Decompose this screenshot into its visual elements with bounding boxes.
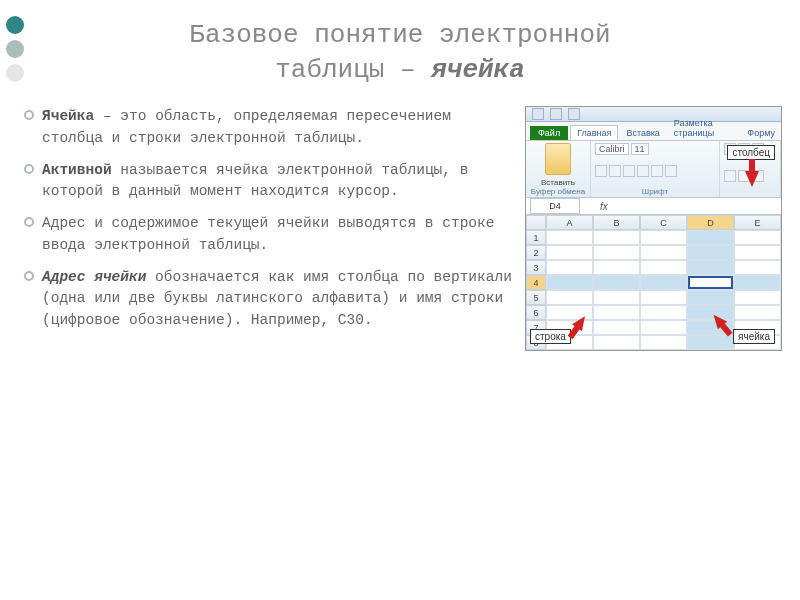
save-icon	[532, 108, 544, 120]
excel-illustration: Файл Главная Вставка Разметка страницы Ф…	[525, 106, 780, 351]
dot-icon	[6, 40, 24, 58]
fill-icon	[651, 165, 663, 177]
column-header: B	[593, 215, 640, 230]
grid-cell	[640, 275, 687, 290]
grid-cell	[734, 245, 781, 260]
select-all-corner	[526, 215, 546, 230]
ribbon: Вставить Буфер обмена Calibri 11	[526, 141, 781, 198]
grid-cell	[593, 320, 640, 335]
list-item: Адрес ячейки обозначается как имя столбц…	[24, 267, 517, 332]
tab-formulas: Форму	[741, 126, 781, 140]
term-bold: Ячейка	[42, 108, 94, 124]
dot-icon	[6, 64, 24, 82]
grid-cell	[593, 290, 640, 305]
column-header: E	[734, 215, 781, 230]
grid-cell	[687, 230, 734, 245]
row-header: 2	[526, 245, 546, 260]
font-size-box: 11	[631, 143, 649, 155]
term-text: – это область, определяемая пересечением…	[42, 108, 451, 146]
column-header: C	[640, 215, 687, 230]
grid-cell	[640, 230, 687, 245]
term-bold: Активной	[42, 162, 112, 178]
grid-cell	[734, 260, 781, 275]
callout-row: строка	[530, 329, 571, 344]
title-emphasis: ячейка	[431, 55, 525, 85]
arrow-down-icon	[745, 171, 759, 187]
term-bold-italic: Адрес ячейки	[42, 269, 146, 285]
grid-cell	[640, 335, 687, 350]
bullet-list: Ячейка – это область, определяемая перес…	[24, 106, 517, 351]
dot-icon	[6, 16, 24, 34]
group-label-clipboard: Буфер обмена	[530, 187, 586, 196]
grid-cell	[640, 290, 687, 305]
tab-home: Главная	[570, 125, 618, 140]
grid-cell	[640, 260, 687, 275]
tab-layout: Разметка страницы	[668, 116, 739, 140]
callout-cell: ячейка	[733, 329, 775, 344]
fx-icon: fx	[600, 201, 608, 212]
grid-cell	[593, 260, 640, 275]
grid-cell	[640, 320, 687, 335]
italic-icon	[609, 165, 621, 177]
list-item: Адрес и содержимое текущей ячейки выводя…	[24, 213, 517, 257]
list-item: Ячейка – это область, определяемая перес…	[24, 106, 517, 150]
grid-cell	[687, 335, 734, 350]
grid-cell	[546, 260, 593, 275]
grid-cell	[640, 245, 687, 260]
row-header: 4	[526, 275, 546, 290]
name-box: D4	[530, 198, 580, 214]
decorative-dots	[6, 16, 24, 88]
ribbon-group-font: Calibri 11 Шрифт	[591, 141, 720, 197]
column-header: D	[687, 215, 734, 230]
grid-cell	[687, 275, 734, 290]
title-line-1: Базовое понятие электронной	[189, 20, 610, 50]
row-header: 6	[526, 305, 546, 320]
grid-cell	[734, 290, 781, 305]
row-header: 3	[526, 260, 546, 275]
align-icon	[724, 170, 736, 182]
grid-cell	[687, 245, 734, 260]
quick-access-toolbar	[526, 107, 781, 122]
grid-cell	[687, 260, 734, 275]
slide-title: Базовое понятие электронной таблицы – яч…	[40, 18, 760, 88]
row-header: 1	[526, 230, 546, 245]
tab-insert: Вставка	[620, 126, 665, 140]
column-header: A	[546, 215, 593, 230]
paste-icon	[545, 143, 571, 175]
grid-cell	[593, 335, 640, 350]
redo-icon	[568, 108, 580, 120]
title-line-2: таблицы –	[275, 55, 431, 85]
grid-cell	[734, 305, 781, 320]
underline-icon	[623, 165, 635, 177]
grid-cell	[640, 305, 687, 320]
grid-cell	[687, 290, 734, 305]
bold-icon	[595, 165, 607, 177]
row-header: 5	[526, 290, 546, 305]
grid-cell	[546, 245, 593, 260]
border-icon	[637, 165, 649, 177]
content-area: Ячейка – это область, определяемая перес…	[0, 106, 800, 351]
file-tab: Файл	[530, 126, 568, 140]
grid-cell	[734, 275, 781, 290]
formula-bar: D4 fx	[526, 198, 781, 215]
grid-cell	[734, 230, 781, 245]
grid-cell	[593, 245, 640, 260]
font-color-icon	[665, 165, 677, 177]
ribbon-tabs: Файл Главная Вставка Разметка страницы Ф…	[526, 122, 781, 141]
undo-icon	[550, 108, 562, 120]
grid-cell	[546, 290, 593, 305]
ribbon-group-clipboard: Вставить Буфер обмена	[526, 141, 591, 197]
excel-window: Файл Главная Вставка Разметка страницы Ф…	[525, 106, 782, 351]
group-label-font: Шрифт	[595, 187, 715, 196]
list-item: Активной называется ячейка электронной т…	[24, 160, 517, 204]
grid-cell	[593, 230, 640, 245]
grid-cell	[593, 305, 640, 320]
grid-cell	[546, 230, 593, 245]
font-name-box: Calibri	[595, 143, 629, 155]
grid-cell	[546, 275, 593, 290]
grid-cell	[593, 275, 640, 290]
term-text: Адрес и содержимое текущей ячейки выводя…	[42, 215, 494, 253]
callout-column: столбец	[727, 145, 775, 160]
paste-label: Вставить	[530, 178, 586, 187]
